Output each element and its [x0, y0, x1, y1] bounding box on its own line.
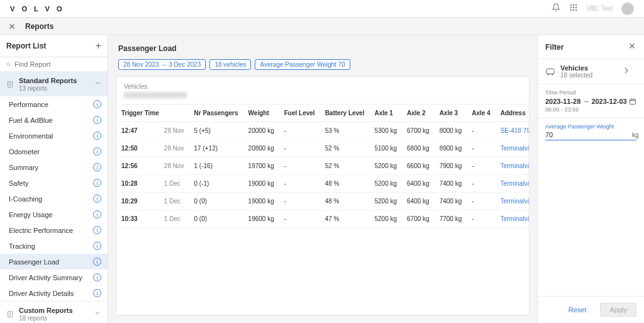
cell-time: 10:29 [116, 193, 164, 210]
group-head-1[interactable]: Custom Reports18 reports [0, 302, 108, 323]
cell-address[interactable]: Terminalvägen, SE-418 79 G [496, 210, 530, 228]
time-period-section[interactable]: Time Period 2023-11-28 → 2023-12-03 00:0… [538, 84, 644, 118]
apw-label: Average Passenger Weight [545, 123, 636, 130]
filter-panel: Filter Vehicles 18 selected Time Period … [537, 35, 644, 323]
chevron-up-icon [94, 79, 101, 89]
apply-button[interactable]: Apply [600, 303, 636, 317]
table-row[interactable]: 10:281 Dec0 (-1)19000 kg-48 %5200 kg6400… [116, 175, 530, 193]
cell-address[interactable]: Terminalvägen 10, SE-418 79 [496, 193, 530, 210]
col-header[interactable]: Address [496, 105, 530, 122]
sidebar-item-i-coaching[interactable]: I-Coachingi [0, 191, 108, 207]
page-title: Reports [25, 22, 53, 31]
col-header[interactable]: Axle 4 [467, 105, 495, 122]
col-header[interactable]: Axle 1 [369, 105, 402, 122]
svg-rect-16 [630, 99, 636, 105]
table-row[interactable]: 10:331 Dec0 (0)19600 kg-47 %5200 kg6700 … [116, 210, 530, 228]
cell-a4: - [467, 210, 495, 228]
info-icon[interactable]: i [93, 210, 101, 218]
table-row[interactable]: 10:291 Dec0 (0)19000 kg-48 %5200 kg6400 … [116, 193, 530, 210]
close-filter-icon[interactable] [628, 42, 636, 52]
cell-fuel: - [279, 210, 320, 228]
item-label: Summary [9, 164, 38, 171]
sidebar-item-electric-performance[interactable]: Electric Performancei [0, 222, 108, 238]
report-content: Passenger Load 28 Nov 2023 → 3 Dec 20231… [108, 35, 537, 323]
item-label: Passenger Load [9, 258, 59, 266]
info-icon[interactable]: i [93, 273, 101, 281]
vehicle-id-blurred [124, 92, 187, 98]
cell-battery: 48 % [320, 193, 370, 210]
col-header[interactable] [164, 105, 189, 122]
add-report-button[interactable]: + [96, 40, 101, 52]
table-row[interactable]: 12:4728 Nov5 (+5)20000 kg-53 %5300 kg670… [116, 122, 530, 140]
sidebar-item-summary[interactable]: Summaryi [0, 159, 108, 175]
sidebar-item-safety[interactable]: Safetyi [0, 175, 108, 191]
reset-button[interactable]: Reset [560, 303, 596, 317]
table-row[interactable]: 12:5028 Nov17 (+12)20800 kg-52 %5100 kg6… [116, 140, 530, 157]
sidebar-item-fuel-adblue[interactable]: Fuel & AdBluei [0, 112, 108, 128]
col-header[interactable]: Nr Passengers [189, 105, 243, 122]
search-input[interactable] [14, 60, 101, 68]
cell-weight: 19000 kg [243, 193, 279, 210]
sidebar-item-passenger-load[interactable]: Passenger Loadi [0, 254, 108, 269]
vehicles-filter-label: Vehicles [560, 64, 592, 72]
group-head-0[interactable]: Standard Reports13 reports [0, 72, 108, 96]
cell-battery: 53 % [320, 122, 370, 140]
apw-input[interactable] [545, 131, 632, 139]
cell-weight: 20800 kg [243, 140, 279, 157]
sidebar-item-performance[interactable]: Performancei [0, 96, 108, 112]
filter-vehicles-row[interactable]: Vehicles 18 selected [545, 64, 636, 79]
cell-address[interactable]: SE-418 79 Gothenburg, Swe [496, 122, 530, 140]
info-icon[interactable]: i [93, 116, 101, 124]
apps-icon[interactable] [569, 3, 578, 14]
close-icon[interactable] [8, 22, 16, 31]
cell-a2: 6700 kg [402, 210, 435, 228]
cell-pax: 0 (0) [189, 193, 243, 210]
cell-a4: - [467, 140, 495, 157]
info-icon[interactable]: i [93, 242, 101, 250]
cell-address[interactable]: Terminalvägen 10, SE-418 79 [496, 157, 530, 175]
sidebar-item-driver-activity-details[interactable]: Driver Activity Detailsi [0, 285, 108, 301]
cell-pax: 17 (+12) [189, 140, 243, 157]
info-icon[interactable]: i [93, 195, 101, 203]
info-icon[interactable]: i [93, 179, 101, 187]
col-header[interactable]: Trigger Time [116, 105, 164, 122]
user-avatar[interactable] [621, 3, 634, 15]
svg-rect-3 [570, 7, 571, 8]
filter-chip[interactable]: 18 vehicles [209, 59, 251, 70]
cell-address[interactable]: Terminalvägen 10, SE-418 79 [496, 140, 530, 157]
col-header[interactable]: Axle 2 [402, 105, 435, 122]
cell-a2: 6400 kg [402, 193, 435, 210]
notifications-icon[interactable] [552, 3, 560, 14]
sidebar-item-tracking[interactable]: Trackingi [0, 238, 108, 254]
table-row[interactable]: 12:5628 Nov1 (-16)19700 kg-52 %5200 kg66… [116, 157, 530, 175]
filter-chip[interactable]: Average Passenger Weight 70 [255, 59, 350, 70]
info-icon[interactable]: i [93, 258, 101, 266]
info-icon[interactable]: i [93, 226, 101, 234]
item-label: Safety [9, 179, 28, 187]
col-header[interactable]: Battery Level [320, 105, 370, 122]
sidebar-item-energy-usage[interactable]: Energy Usagei [0, 207, 108, 222]
col-header[interactable]: Axle 3 [435, 105, 467, 122]
cell-a3: 7700 kg [435, 210, 467, 228]
info-icon[interactable]: i [93, 289, 101, 297]
info-icon[interactable]: i [93, 132, 101, 140]
item-label: Odometer [9, 148, 40, 156]
item-label: Driver Activity Summary [9, 274, 82, 281]
cell-address[interactable]: Terminalvägen 10, SE-418 79 [496, 175, 530, 193]
cell-fuel: - [279, 140, 320, 157]
svg-rect-7 [572, 9, 574, 11]
svg-rect-1 [572, 4, 574, 6]
col-header[interactable]: Fuel Level [279, 105, 320, 122]
chevron-right-icon [621, 65, 636, 77]
info-icon[interactable]: i [93, 163, 101, 171]
filter-chip[interactable]: 28 Nov 2023 → 3 Dec 2023 [118, 59, 206, 70]
sidebar-item-odometer[interactable]: Odometeri [0, 144, 108, 159]
info-icon[interactable]: i [93, 100, 101, 108]
cell-weight: 19600 kg [243, 210, 279, 228]
info-icon[interactable]: i [93, 147, 101, 156]
sidebar-header: Report List + [0, 35, 108, 57]
col-header[interactable]: Weight [243, 105, 279, 122]
brand-logo: V O L V O [10, 5, 65, 13]
sidebar-item-environmental[interactable]: Environmentali [0, 128, 108, 144]
sidebar-item-driver-activity-summary[interactable]: Driver Activity Summaryi [0, 269, 108, 285]
